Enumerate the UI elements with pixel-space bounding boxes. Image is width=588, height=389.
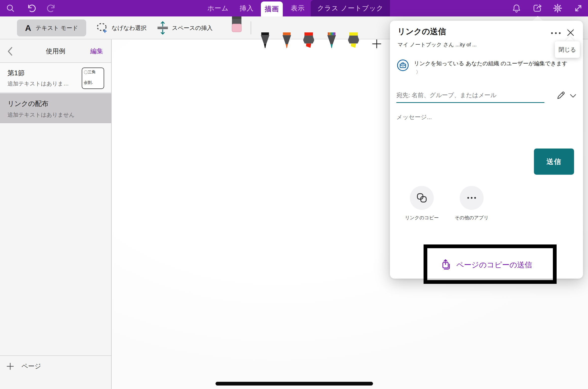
settings-gear-icon[interactable] <box>552 2 564 14</box>
plus-icon <box>6 362 14 371</box>
lasso-select-button[interactable]: なげなわ選択 <box>96 16 147 39</box>
send-link-dialog: リンクの送信 マイ ノートブック さん ...ity of ... リンクを知っ… <box>390 21 583 279</box>
marker-red[interactable] <box>302 32 315 50</box>
permission-description: リンクを知っている あなたの組織 のユーザーが編集できます 〉 <box>414 59 573 76</box>
edit-button[interactable]: 編集 <box>90 47 103 56</box>
share-icon[interactable] <box>531 2 543 14</box>
share-page-copy-icon <box>441 259 452 271</box>
more-options-icon[interactable] <box>549 28 562 38</box>
page-list-sidebar: 使用例 編集 第1節 追加テキストはありま… 〇三角 余割. リンクの配布 追加… <box>0 39 112 389</box>
dialog-title: リンクの送信 <box>397 26 446 37</box>
highlighter-yellow[interactable] <box>347 32 360 50</box>
tab-home[interactable]: ホーム <box>205 0 231 16</box>
link-permission-row[interactable]: リンクを知っている あなたの組織 のユーザーが編集できます 〉 <box>397 59 576 76</box>
pen-rainbow[interactable] <box>325 32 338 50</box>
message-input[interactable] <box>396 111 568 123</box>
redo-icon[interactable] <box>46 2 58 14</box>
link-icon <box>416 192 428 204</box>
page-list-item-selected[interactable]: リンクの配布 追加テキストはありません <box>0 93 111 123</box>
pencil-edit-icon[interactable] <box>556 90 566 100</box>
copy-link-button[interactable] <box>410 186 434 210</box>
top-app-bar: ホーム 挿入 描画 表示 クラス ノートブック <box>0 0 588 16</box>
insert-space-button[interactable]: スペースの挿入 <box>157 16 213 39</box>
ellipsis-icon <box>466 192 477 204</box>
copy-link-label: リンクのコピー <box>397 215 447 221</box>
search-icon[interactable] <box>4 2 16 14</box>
page-list-item[interactable]: 第1節 追加テキストはありま… 〇三角 余割. <box>0 63 111 93</box>
other-apps-button[interactable] <box>460 186 484 210</box>
close-icon[interactable] <box>566 28 576 38</box>
sidebar-footer: ページ <box>0 355 111 389</box>
tab-insert[interactable]: 挿入 <box>237 0 256 16</box>
fullscreen-expand-icon[interactable] <box>572 2 584 14</box>
pen-black[interactable] <box>259 32 272 50</box>
organization-briefcase-icon <box>397 59 409 71</box>
home-indicator-handle[interactable] <box>216 382 373 386</box>
undo-icon[interactable] <box>25 2 37 14</box>
recipient-input[interactable] <box>396 88 544 103</box>
add-page-button[interactable]: ページ <box>6 362 41 371</box>
eraser-tool[interactable] <box>231 16 242 32</box>
add-pen-button[interactable] <box>371 38 382 49</box>
other-apps-label: その他のアプリ <box>447 215 497 221</box>
insert-space-icon <box>157 21 168 35</box>
chevron-down-icon[interactable] <box>569 93 577 98</box>
notifications-bell-icon[interactable] <box>511 2 522 14</box>
text-mode-a-glyph: A <box>25 23 31 33</box>
page-thumbnail: 〇三角 余割. <box>82 68 104 89</box>
close-tooltip: 閉じる <box>555 41 580 58</box>
pen-orange[interactable] <box>280 32 293 50</box>
sidebar-header: 使用例 編集 <box>0 39 111 63</box>
lasso-icon <box>96 22 108 34</box>
send-page-copy-button[interactable]: ページのコピーの送信 <box>390 256 583 274</box>
recipient-row <box>396 88 577 104</box>
toolbar-divider <box>251 21 251 34</box>
chevron-right-icon: 〉 <box>416 69 421 75</box>
tab-draw[interactable]: 描画 <box>261 1 283 16</box>
tab-view[interactable]: 表示 <box>288 0 307 16</box>
send-button[interactable]: 送信 <box>534 149 574 175</box>
text-mode-button[interactable]: A テキスト モード <box>17 19 86 36</box>
tab-class-notebook[interactable]: クラス ノートブック <box>311 0 390 16</box>
notebook-name: マイ ノートブック さん ...ity of ... <box>398 41 477 48</box>
